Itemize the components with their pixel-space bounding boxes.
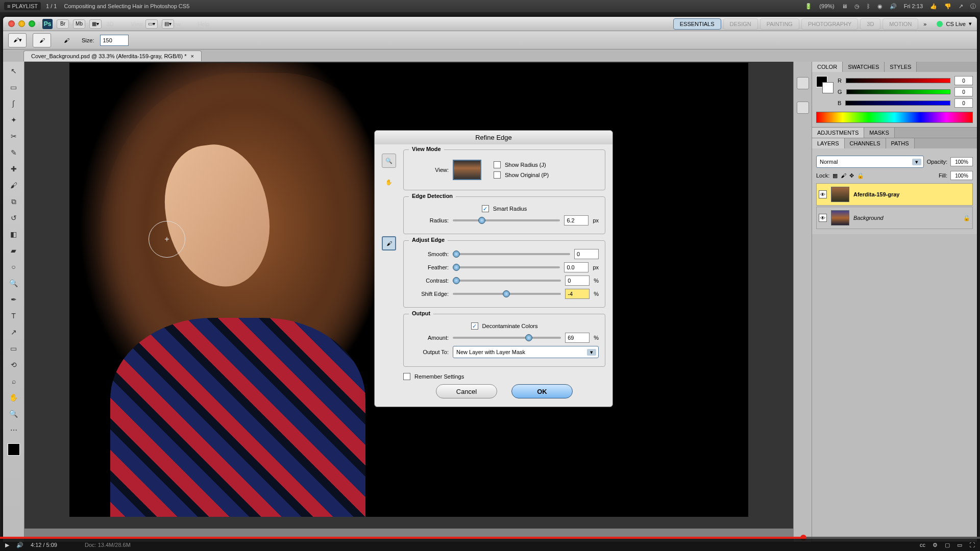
pen-tool[interactable]: ✒ xyxy=(6,292,21,307)
path-select-tool[interactable]: ↗ xyxy=(6,325,21,339)
move-tool[interactable]: ↖ xyxy=(6,64,21,78)
shift-edge-slider[interactable] xyxy=(453,293,561,295)
yt-dislike-icon[interactable]: 👎 xyxy=(944,3,951,10)
color-tab[interactable]: COLOR xyxy=(812,62,843,72)
b-slider[interactable] xyxy=(845,101,950,106)
gradient-tool[interactable]: ▰ xyxy=(6,243,21,258)
masks-tab[interactable]: MASKS xyxy=(864,128,895,138)
shape-tool[interactable]: ▭ xyxy=(6,341,21,356)
lock-transparent-icon[interactable]: ▩ xyxy=(832,172,838,179)
document-tab-close-icon[interactable]: × xyxy=(190,53,193,59)
eraser-tool[interactable]: ◧ xyxy=(6,227,21,241)
layer-visibility-icon[interactable]: 👁 xyxy=(819,214,827,222)
volume-icon[interactable]: 🔊 xyxy=(16,542,23,548)
history-brush-tool[interactable]: ↺ xyxy=(6,211,21,225)
yt-share-icon[interactable]: ↗ xyxy=(959,3,963,10)
opacity-input[interactable] xyxy=(950,157,973,166)
menu-filter[interactable]: Filter xyxy=(38,21,51,27)
layer-row[interactable]: 👁 Aferdita-159-gray xyxy=(816,183,973,206)
amount-slider[interactable] xyxy=(453,337,561,339)
workspace-3d[interactable]: 3D xyxy=(860,18,880,30)
cc-button[interactable]: cc xyxy=(920,542,925,548)
g-slider[interactable] xyxy=(846,89,950,94)
smooth-slider[interactable] xyxy=(453,253,570,255)
feather-slider[interactable] xyxy=(453,266,560,268)
smooth-input[interactable] xyxy=(574,249,599,259)
workspace-essentials[interactable]: ESSENTIALS xyxy=(673,18,721,30)
fill-input[interactable] xyxy=(950,171,973,180)
adjustments-tab[interactable]: ADJUSTMENTS xyxy=(812,128,864,138)
properties-panel-icon[interactable] xyxy=(797,102,809,114)
output-to-select[interactable]: New Layer with Layer Mask xyxy=(453,346,599,358)
3d-tool[interactable]: ⟲ xyxy=(6,358,21,372)
b-value[interactable] xyxy=(954,98,973,108)
blend-mode-select[interactable]: Normal xyxy=(816,156,924,168)
hand-tool[interactable]: ✋ xyxy=(6,390,21,405)
dodge-tool[interactable]: 🔍 xyxy=(6,276,21,290)
decontaminate-checkbox[interactable]: ✓ xyxy=(471,322,478,330)
3d-camera-tool[interactable]: ⌕ xyxy=(6,374,21,388)
lock-position-icon[interactable]: ✥ xyxy=(849,172,854,179)
menu-analysis[interactable]: Analysis xyxy=(68,21,89,27)
lasso-tool[interactable]: ʃ xyxy=(6,96,21,111)
styles-tab[interactable]: STYLES xyxy=(885,62,917,72)
zoom-tool[interactable]: 🔍 xyxy=(6,407,21,421)
zoom-tool-icon[interactable]: 🔍 xyxy=(382,154,396,168)
menu-view[interactable]: View xyxy=(131,21,143,27)
eyedropper-tool[interactable]: ✎ xyxy=(6,145,21,160)
bg-swatch[interactable] xyxy=(822,82,834,93)
menu-select[interactable]: Select xyxy=(6,21,21,27)
workspace-photography[interactable]: PHOTOGRAPHY xyxy=(801,18,858,30)
layer-row[interactable]: 👁 Background 🔒 xyxy=(816,207,973,229)
view-thumbnail-select[interactable] xyxy=(453,160,481,180)
theater-icon[interactable]: ▭ xyxy=(957,542,962,548)
contrast-slider[interactable] xyxy=(453,280,561,282)
hand-tool-icon[interactable]: ✋ xyxy=(382,175,396,189)
paths-tab[interactable]: PATHS xyxy=(886,138,915,148)
remember-settings-checkbox[interactable] xyxy=(403,373,410,380)
menu-help[interactable]: Help xyxy=(198,21,209,27)
miniplayer-icon[interactable]: ▢ xyxy=(945,542,950,548)
yt-like-icon[interactable]: 👍 xyxy=(930,3,937,10)
playlist-badge[interactable]: ≡ PLAYLIST xyxy=(4,2,41,10)
workspace-motion[interactable]: MOTION xyxy=(883,18,918,30)
show-radius-checkbox[interactable] xyxy=(494,161,501,168)
current-tool-preset[interactable]: 🖌▾ xyxy=(8,33,27,47)
layer-visibility-icon[interactable]: 👁 xyxy=(819,190,827,198)
shift-edge-input[interactable] xyxy=(565,289,590,299)
workspace-painting[interactable]: PAINTING xyxy=(760,18,799,30)
lock-all-icon[interactable]: 🔒 xyxy=(857,172,864,179)
foreground-color-swatch[interactable] xyxy=(8,443,20,456)
type-tool[interactable]: T xyxy=(6,309,21,323)
color-spectrum[interactable] xyxy=(816,112,973,123)
fullscreen-icon[interactable]: ⛶ xyxy=(969,542,975,548)
contrast-input[interactable] xyxy=(565,276,590,286)
r-slider[interactable] xyxy=(846,78,950,83)
menu-3d[interactable]: 3D xyxy=(107,21,114,27)
feather-input[interactable] xyxy=(564,262,589,272)
history-panel-icon[interactable] xyxy=(797,77,809,89)
yt-info-icon[interactable]: ⓘ xyxy=(970,3,976,10)
g-value[interactable] xyxy=(954,87,973,96)
cs-live-button[interactable]: CS Live▾ xyxy=(937,20,972,27)
amount-input[interactable] xyxy=(565,333,590,343)
channels-tab[interactable]: CHANNELS xyxy=(845,138,886,148)
workspace-overflow-icon[interactable]: » xyxy=(923,21,926,27)
layers-tab[interactable]: LAYERS xyxy=(812,138,845,148)
healing-tool[interactable]: ✚ xyxy=(6,162,21,176)
workspace-design[interactable]: DESIGN xyxy=(723,18,758,30)
document-tab[interactable]: Cover_Background.psd @ 33.3% (Aferdita-1… xyxy=(23,51,202,61)
radius-input[interactable] xyxy=(564,215,589,226)
cancel-button[interactable]: Cancel xyxy=(436,384,497,398)
play-button[interactable]: ▶ xyxy=(5,542,9,548)
swatches-tab[interactable]: SWATCHES xyxy=(843,62,885,72)
blur-tool[interactable]: ○ xyxy=(6,260,21,274)
smart-radius-checkbox[interactable]: ✓ xyxy=(482,205,489,212)
brush-size-input[interactable] xyxy=(100,35,129,46)
menu-window[interactable]: Window xyxy=(160,21,180,27)
ok-button[interactable]: OK xyxy=(511,384,573,398)
radius-slider[interactable] xyxy=(453,219,560,221)
lock-pixels-icon[interactable]: 🖌 xyxy=(841,172,846,179)
brush-mode-subtract[interactable]: 🖌 xyxy=(57,33,76,47)
stamp-tool[interactable]: ⧉ xyxy=(6,194,21,209)
